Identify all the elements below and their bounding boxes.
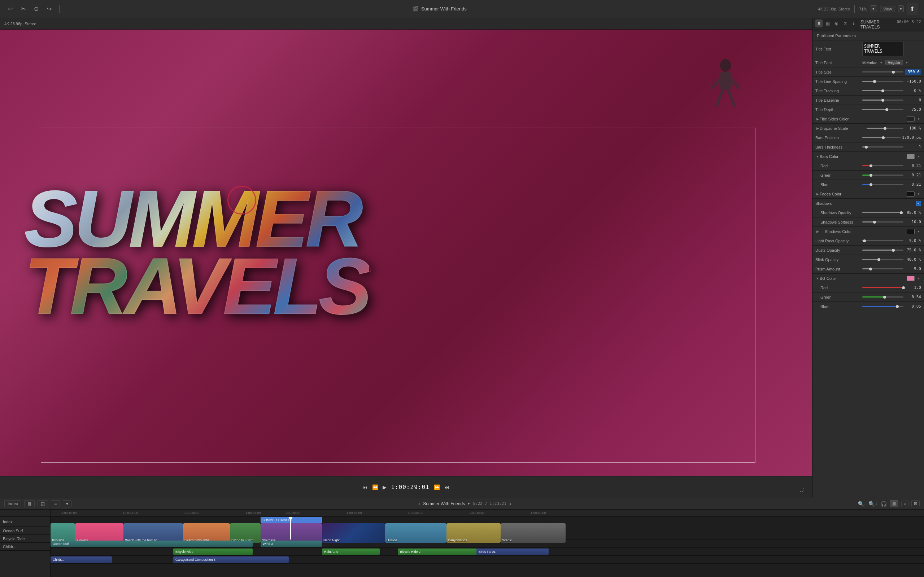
shadows-row: Shadows ✓ xyxy=(813,199,924,208)
share-button[interactable]: ⬆ xyxy=(907,3,918,15)
bars-color-dropdown[interactable]: ▾ xyxy=(916,154,921,159)
bg-color-expand[interactable]: ▼ xyxy=(815,276,820,280)
zoom-in-button[interactable]: 🔍+ xyxy=(868,501,877,507)
bg-green-slider[interactable] xyxy=(862,297,903,298)
clip-appear-button[interactable]: ▦ xyxy=(24,500,35,508)
title-text-control: SUMMER TRAVELS xyxy=(862,42,921,56)
bg-blue-slider[interactable] xyxy=(862,306,903,307)
shadows-checkbox[interactable]: ✓ xyxy=(916,201,921,206)
tab-color[interactable]: ◉ xyxy=(833,19,840,27)
svg-line-5 xyxy=(729,90,735,106)
bars-color-swatch[interactable] xyxy=(907,154,914,159)
title-depth-control: 75.0 xyxy=(862,107,921,112)
view-dropdown[interactable]: ▾ xyxy=(898,5,904,12)
font-dropdown[interactable]: ▾ xyxy=(879,60,884,65)
fades-color-row: ▶ Fades Color ▾ xyxy=(813,189,924,199)
ruler-mark-8: 1:00:50:00 xyxy=(531,511,546,515)
zoom-out-button[interactable]: 🔍- xyxy=(858,501,866,507)
clip-options-button[interactable]: ▾ xyxy=(63,500,71,508)
zoom-dropdown[interactable]: ▾ xyxy=(870,5,877,12)
blink-opacity-row: Blink Opacity 40.0 % xyxy=(813,255,924,264)
dusts-opacity-slider[interactable] xyxy=(862,250,903,251)
timeline-nav-next[interactable]: › xyxy=(509,501,511,507)
bars-blue-control: 0.21 xyxy=(862,182,921,187)
preview-top-bar: 4K 23.98p, Stereo xyxy=(0,18,812,29)
bg-color-dropdown[interactable]: ▾ xyxy=(916,276,921,281)
target-icon[interactable]: ⊙ xyxy=(32,5,40,13)
view-button[interactable]: View xyxy=(880,6,895,12)
bars-blue-slider[interactable] xyxy=(862,184,903,185)
dropzone-scale-slider[interactable] xyxy=(867,128,903,129)
audio-garageband[interactable]: GarageBand Composition 3 xyxy=(173,556,289,563)
shadows-color-expand[interactable]: ▶ xyxy=(815,229,820,234)
bars-red-slider[interactable] xyxy=(862,165,903,166)
shadows-softness-row: Shadows Softness 10.0 xyxy=(813,218,924,227)
title-depth-slider[interactable] xyxy=(862,109,903,110)
title-size-slider[interactable] xyxy=(862,71,903,73)
shadows-opacity-slider[interactable] xyxy=(862,212,903,213)
bars-green-slider[interactable] xyxy=(862,174,903,176)
cut-icon[interactable]: ✂ xyxy=(19,5,27,13)
step-back-button[interactable]: ⏪ xyxy=(372,484,378,490)
light-rays-opacity-value: 5.0 % xyxy=(905,239,921,243)
font-style-dropdown[interactable]: ▾ xyxy=(905,60,909,65)
title-tracking-slider[interactable] xyxy=(862,90,903,91)
clip-detail-button[interactable]: ≡ xyxy=(51,500,60,508)
title-sides-color-expand[interactable]: ▶ xyxy=(815,117,820,121)
audio-bicycle-ride2[interactable]: Bicycle Ride 2 xyxy=(398,548,477,555)
bg-red-slider[interactable] xyxy=(862,287,903,288)
title-line-spacing-slider[interactable] xyxy=(862,81,903,82)
tab-inspector[interactable]: ≡ xyxy=(815,19,822,27)
shadows-color-swatch[interactable] xyxy=(907,229,914,234)
bg-color-swatch[interactable] xyxy=(907,276,914,281)
shadows-color-dropdown[interactable]: ▾ xyxy=(916,229,921,234)
title-baseline-slider[interactable] xyxy=(862,100,903,101)
timeline-view-1[interactable]: ▦ xyxy=(890,500,898,507)
play-button[interactable]: ▶ xyxy=(383,484,386,490)
audio-wind3[interactable]: Wind 3 xyxy=(261,541,322,547)
undo-icon[interactable]: ↩ xyxy=(6,5,15,13)
audio-bicycle-ride[interactable]: Bicycle Ride xyxy=(173,548,253,555)
fades-color-dropdown[interactable]: ▾ xyxy=(916,192,921,197)
title-text-input[interactable]: SUMMER TRAVELS xyxy=(862,42,904,56)
font-style-value[interactable]: Regular xyxy=(885,60,903,65)
timeline-view-3[interactable]: ⊡ xyxy=(911,500,920,507)
ruler-mark-1: 1:00:15:00 xyxy=(123,511,138,515)
play-to-start-button[interactable]: ⏮ xyxy=(363,484,368,490)
dropzone-scale-expand[interactable]: ▶ xyxy=(815,126,820,131)
prism-amount-slider[interactable] xyxy=(862,268,903,269)
clip-view-button[interactable]: ◱ xyxy=(37,500,48,508)
timeline-dropdown-arrow[interactable]: ▾ xyxy=(468,501,470,506)
play-to-end-button[interactable]: ⏭ xyxy=(444,484,449,490)
audio-rain-auto[interactable]: Rain Auto xyxy=(322,548,380,555)
audio-ocean-surf[interactable]: Ocean Surf xyxy=(50,541,253,547)
prism-amount-control: 5.0 xyxy=(862,266,921,271)
light-rays-opacity-slider[interactable] xyxy=(862,240,903,241)
bars-color-expand[interactable]: ▼ xyxy=(815,154,820,159)
timeline-toolbar: Index ▦ ◱ ≡ ▾ ‹ Summer With Friends ▾ 5:… xyxy=(0,498,924,509)
fades-color-swatch[interactable] xyxy=(907,192,914,197)
audio-track-3: Childr... GarageBand Composition 3 xyxy=(50,556,924,564)
index-button[interactable]: Index xyxy=(4,500,21,508)
timeline-scroll-area[interactable]: 1:00:10:00 1:00:15:00 1:00:20:00 1:00:25… xyxy=(50,509,924,577)
timeline-nav-prev[interactable]: ‹ xyxy=(418,501,420,507)
timeline-view-2[interactable]: ≡ xyxy=(901,501,908,507)
fades-color-expand[interactable]: ▶ xyxy=(815,192,820,196)
tab-info[interactable]: ℹ xyxy=(850,19,858,27)
bars-position-slider[interactable] xyxy=(862,137,901,138)
step-forward-button[interactable]: ⏩ xyxy=(434,484,440,490)
dropzone-scale-label: Dropzone Scale xyxy=(820,126,867,131)
title-sides-color-dropdown[interactable]: ▾ xyxy=(916,116,921,121)
title-sides-color-swatch[interactable] xyxy=(907,116,914,121)
audio-birds-fx[interactable]: Birds FX 01 xyxy=(477,548,549,555)
redo-icon[interactable]: ↪ xyxy=(45,5,53,13)
shadows-softness-slider[interactable] xyxy=(862,221,903,222)
fullscreen-button[interactable]: ⛶ xyxy=(800,488,803,492)
blink-opacity-slider[interactable] xyxy=(862,259,903,260)
bars-thickness-slider[interactable] xyxy=(862,147,903,148)
tab-effects[interactable]: ▦ xyxy=(824,19,831,27)
bg-red-control: 1.0 xyxy=(862,285,921,290)
headphones-button[interactable]: 🎧 xyxy=(881,501,887,507)
tab-filter[interactable]: ⧖ xyxy=(842,19,848,27)
audio-childr[interactable]: Childr... xyxy=(50,556,112,563)
